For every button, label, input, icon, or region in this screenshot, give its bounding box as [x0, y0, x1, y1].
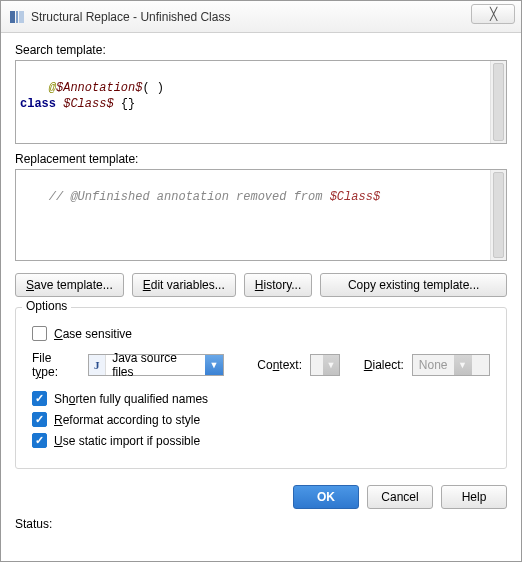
shorten-names-label: Shorten fully qualified names	[54, 392, 208, 406]
replacement-template-code: // @Unfinished annotation removed from $…	[49, 190, 380, 204]
app-icon	[9, 9, 25, 25]
file-type-value: Java source files	[106, 351, 205, 379]
context-dropdown[interactable]: ▼	[310, 354, 340, 376]
context-label: Context:	[257, 358, 302, 372]
help-button[interactable]: Help	[441, 485, 507, 509]
java-file-icon: J	[89, 355, 107, 375]
dialect-label: Dialect:	[364, 358, 404, 372]
options-group: Options Case sensitive File type: J Java…	[15, 307, 507, 469]
file-type-dropdown[interactable]: J Java source files ▼	[88, 354, 224, 376]
scrollbar[interactable]	[490, 170, 506, 260]
svg-rect-1	[16, 11, 18, 23]
close-button[interactable]: ╳	[471, 4, 515, 24]
case-sensitive-label: Case sensitive	[54, 327, 132, 341]
search-template-input[interactable]: @$Annotation$( ) class $Class$ {}	[15, 60, 507, 144]
ok-button[interactable]: OK	[293, 485, 359, 509]
static-import-checkbox[interactable]	[32, 433, 47, 448]
svg-rect-2	[19, 11, 24, 23]
dialog-footer: OK Cancel Help	[15, 479, 507, 513]
titlebar: Structural Replace - Unfinished Class ╳	[1, 1, 521, 33]
replacement-template-label: Replacement template:	[15, 152, 507, 166]
dialect-value: None	[413, 358, 454, 372]
save-template-button[interactable]: Save template...	[15, 273, 124, 297]
file-type-label: File type:	[32, 351, 80, 379]
history-button[interactable]: History...	[244, 273, 312, 297]
shorten-names-checkbox[interactable]	[32, 391, 47, 406]
options-legend: Options	[22, 299, 71, 313]
search-template-label: Search template:	[15, 43, 507, 57]
reformat-checkbox[interactable]	[32, 412, 47, 427]
reformat-label: Reformat according to style	[54, 413, 200, 427]
chevron-down-icon: ▼	[454, 355, 472, 375]
window-title: Structural Replace - Unfinished Class	[31, 10, 230, 24]
chevron-down-icon: ▼	[205, 355, 223, 375]
status-label: Status:	[15, 513, 507, 531]
replacement-template-input[interactable]: // @Unfinished annotation removed from $…	[15, 169, 507, 261]
copy-existing-template-button[interactable]: Copy existing template...	[320, 273, 507, 297]
edit-variables-button[interactable]: Edit variables...	[132, 273, 236, 297]
svg-rect-0	[10, 11, 15, 23]
search-template-code: @$Annotation$( ) class $Class$ {}	[20, 81, 164, 111]
static-import-label: Use static import if possible	[54, 434, 200, 448]
dialect-dropdown[interactable]: None ▼	[412, 354, 490, 376]
cancel-button[interactable]: Cancel	[367, 485, 433, 509]
scrollbar[interactable]	[490, 61, 506, 143]
chevron-down-icon: ▼	[323, 355, 339, 375]
case-sensitive-checkbox[interactable]	[32, 326, 47, 341]
template-button-row: Save template... Edit variables... Histo…	[15, 273, 507, 297]
